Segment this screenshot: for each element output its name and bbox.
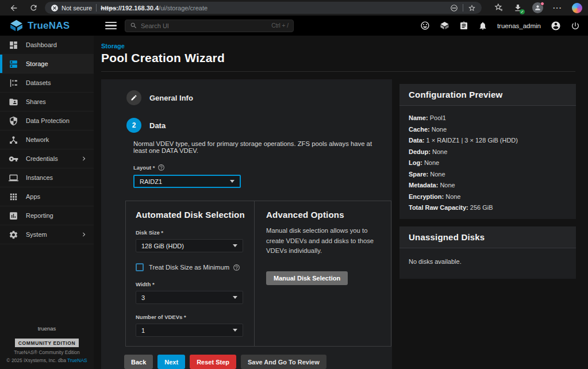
data-protection-icon xyxy=(9,116,18,126)
preview-row: Dedup: None xyxy=(409,148,567,155)
next-button[interactable]: Next xyxy=(157,355,185,369)
card-title: Configuration Preview xyxy=(399,84,576,106)
width-select[interactable]: 3 xyxy=(136,291,243,304)
brand-name: TrueNAS xyxy=(28,20,70,32)
save-review-button[interactable]: Save And Go To Review xyxy=(241,355,326,369)
reset-step-button[interactable]: Reset Step xyxy=(190,355,236,369)
help-icon[interactable] xyxy=(157,164,165,171)
shares-icon xyxy=(9,97,18,107)
datasets-icon xyxy=(9,78,18,88)
step-data[interactable]: 2 Data xyxy=(126,118,378,133)
treat-min-checkbox-row[interactable]: Treat Disk Size as Minimum xyxy=(136,263,245,271)
preview-row: Data: 1 × RAIDZ1 | 3 × 128 GiB (HDD) xyxy=(409,137,567,144)
sidebar-item-credentials[interactable]: Credentials xyxy=(0,149,94,168)
feedback-icon[interactable] xyxy=(420,21,430,30)
sidebar-item-label: System xyxy=(26,231,47,238)
ix-systems-icon[interactable] xyxy=(440,21,449,30)
refresh-icon[interactable] xyxy=(25,2,41,14)
disk-size-select[interactable]: 128 GiB (HDD) xyxy=(136,239,243,252)
width-label: Width * xyxy=(136,281,245,287)
security-label: Not secure xyxy=(62,5,92,11)
back-icon[interactable] xyxy=(6,2,22,14)
preview-row: Metadata: None xyxy=(409,182,567,189)
sidebar-footer: truenas COMMUNITY EDITION TrueNAS® Commu… xyxy=(0,325,94,369)
step-number-circle: 2 xyxy=(126,118,141,133)
configuration-preview-card: Configuration Preview Name: Pool1 Cache:… xyxy=(399,84,576,219)
download-complete-badge: ✓ xyxy=(520,9,525,14)
sidebar-item-label: Data Protection xyxy=(26,117,70,124)
layout-select[interactable]: RAIDZ1 xyxy=(133,175,241,188)
help-icon[interactable] xyxy=(233,264,240,271)
preview-row: Total Raw Capacity: 256 GiB xyxy=(409,204,567,211)
alerts-bell-icon[interactable] xyxy=(478,21,487,30)
address-bar[interactable]: Not secure https://192.168.30.4/ui/stora… xyxy=(45,2,482,14)
jobs-icon[interactable] xyxy=(459,21,468,30)
sidebar-item-system[interactable]: System xyxy=(0,225,94,244)
pencil-icon xyxy=(130,94,137,101)
manual-disk-selection-button[interactable]: Manual Disk Selection xyxy=(266,271,348,285)
search-shortcut: Ctrl + / xyxy=(271,22,289,29)
copilot-icon[interactable] xyxy=(572,3,582,13)
breadcrumb[interactable]: Storage xyxy=(101,43,575,49)
system-icon xyxy=(9,230,18,240)
credentials-icon xyxy=(9,154,18,164)
permissions-icon[interactable] xyxy=(450,4,458,12)
url-text: https://192.168.30.4/ui/storage/create xyxy=(101,5,207,11)
dashboard-icon xyxy=(9,40,18,50)
sidebar-item-data-protection[interactable]: Data Protection xyxy=(0,112,94,130)
reporting-icon xyxy=(9,211,18,221)
search-icon xyxy=(130,22,137,29)
url-path: /ui/storage/create xyxy=(159,5,207,11)
back-button[interactable]: Back xyxy=(124,355,153,369)
automated-disk-selection: Automated Disk Selection Disk Size * 128… xyxy=(126,201,255,346)
edition-line: TrueNAS® Community Edition xyxy=(0,349,94,355)
page-title: Pool Creation Wizard xyxy=(101,51,575,65)
advanced-options: Advanced Options Manual disk selection a… xyxy=(255,201,391,346)
unassigned-disks-card: Unassigned Disks No disks available. xyxy=(399,226,576,279)
security-badge[interactable]: Not secure xyxy=(51,4,92,12)
truenas-logo-icon xyxy=(9,20,24,32)
global-search[interactable]: Ctrl + / xyxy=(125,20,294,32)
browser-toolbar: Not secure https://192.168.30.4/ui/stora… xyxy=(0,0,588,16)
storage-icon xyxy=(9,59,18,69)
vdevs-select[interactable]: 1 xyxy=(136,324,243,337)
url-host: ://192.168.30.4 xyxy=(116,5,159,11)
caret-down-icon xyxy=(233,329,237,332)
search-input[interactable] xyxy=(141,22,268,29)
step-general-info[interactable]: General Info xyxy=(126,90,378,105)
truenas-brand[interactable]: TrueNAS xyxy=(0,20,94,32)
preview-row: Name: Pool1 xyxy=(409,114,567,121)
sidebar-item-label: Credentials xyxy=(26,155,58,162)
downloads-icon[interactable]: ✓ xyxy=(513,3,522,13)
right-panel: Configuration Preview Name: Pool1 Cache:… xyxy=(399,84,576,369)
favorites-bar-icon[interactable] xyxy=(494,3,504,13)
vdevs-label: Number of VDEVs * xyxy=(136,314,245,320)
app-topbar: TrueNAS Ctrl + / truenas_admin xyxy=(0,16,588,36)
sidebar-item-instances[interactable]: Instances xyxy=(0,168,94,187)
instances-icon xyxy=(9,173,18,183)
sidebar-item-dashboard[interactable]: Dashboard xyxy=(0,36,94,55)
browser-menu-icon[interactable]: ··· xyxy=(553,3,562,12)
disk-selection-box: Automated Disk Selection Disk Size * 128… xyxy=(125,201,391,347)
treat-min-checkbox[interactable] xyxy=(136,263,144,271)
truenas-link[interactable]: TrueNAS xyxy=(67,358,87,363)
account-icon[interactable] xyxy=(551,21,561,31)
bookmark-star-icon[interactable] xyxy=(468,4,476,12)
sidebar-item-apps[interactable]: Apps xyxy=(0,187,94,206)
preview-row: Log: None xyxy=(409,159,567,166)
not-secure-icon xyxy=(51,4,59,12)
checkbox-label: Treat Disk Size as Minimum xyxy=(149,264,229,271)
profile-notification-dot xyxy=(540,2,544,6)
power-icon[interactable] xyxy=(571,21,580,30)
sidebar-item-network[interactable]: Network xyxy=(0,130,94,149)
advanced-description: Manual disk selection allows you to crea… xyxy=(266,226,381,256)
sidebar-item-label: Instances xyxy=(26,174,53,181)
menu-toggle-icon[interactable] xyxy=(105,22,117,30)
browser-profile-avatar[interactable] xyxy=(532,2,543,13)
sidebar-item-datasets[interactable]: Datasets xyxy=(0,74,94,93)
sidebar-item-storage[interactable]: Storage xyxy=(0,55,94,74)
divider xyxy=(101,71,575,72)
sidebar-item-label: Reporting xyxy=(26,212,53,219)
sidebar-item-shares[interactable]: Shares xyxy=(0,93,94,112)
sidebar-item-reporting[interactable]: Reporting xyxy=(0,206,94,225)
